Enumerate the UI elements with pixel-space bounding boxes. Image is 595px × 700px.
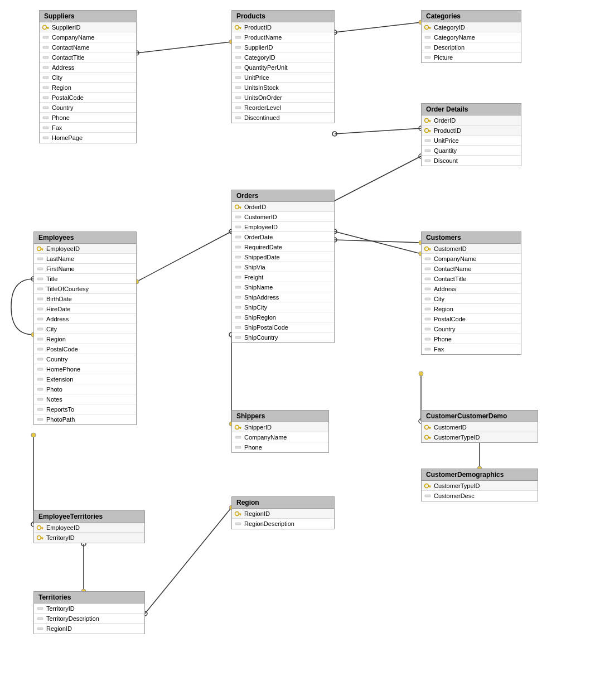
field-icon [36, 355, 44, 363]
table-row: EmployeeID [34, 244, 136, 254]
table-row: RegionDescription [232, 519, 334, 529]
table-row: Discontinued [232, 113, 334, 123]
svg-point-54 [235, 25, 239, 29]
field-name: ProductID [434, 127, 461, 134]
field-icon [234, 263, 242, 271]
field-icon [234, 273, 242, 281]
table-row: Freight [232, 272, 334, 282]
table-row: CustomerID [232, 212, 334, 222]
svg-line-3 [335, 22, 421, 32]
field-icon [234, 114, 242, 122]
field-name: SupplierID [52, 24, 80, 31]
svg-rect-111 [37, 368, 43, 370]
field-name: ShipVia [244, 264, 265, 271]
field-name: Country [52, 104, 74, 111]
svg-rect-125 [425, 308, 430, 310]
svg-rect-84 [235, 216, 241, 218]
svg-line-6 [335, 128, 421, 134]
field-name: ShipCity [244, 304, 267, 311]
table-row: RegionID [232, 509, 334, 519]
field-name: Notes [46, 396, 62, 403]
field-name: CustomerTypeID [434, 482, 480, 489]
field-name: RequiredDate [244, 244, 282, 250]
svg-rect-107 [37, 328, 43, 330]
field-name: Region [52, 84, 71, 91]
svg-rect-110 [37, 358, 43, 360]
svg-point-141 [235, 511, 239, 515]
svg-point-130 [235, 425, 239, 429]
field-icon [36, 605, 44, 612]
svg-point-75 [425, 128, 429, 132]
field-name: UnitsOnOrder [244, 94, 282, 101]
field-icon [42, 74, 50, 81]
field-name: EmployeeID [244, 224, 278, 230]
svg-rect-69 [425, 36, 430, 38]
table-row: PostalCode [40, 93, 136, 103]
field-icon [42, 124, 50, 132]
field-icon [36, 615, 44, 622]
svg-rect-83 [240, 207, 241, 209]
table-row: PostalCode [422, 314, 521, 324]
svg-rect-129 [425, 348, 430, 350]
table-header-employees: Employees [34, 232, 136, 244]
field-icon [424, 345, 432, 353]
svg-point-33 [419, 371, 423, 376]
field-name: BirthDate [46, 296, 72, 302]
table-row: OrderDate [232, 232, 334, 242]
field-name: CategoryID [434, 24, 465, 31]
svg-rect-105 [37, 308, 43, 310]
svg-rect-58 [235, 46, 241, 49]
field-name: TerritoryDescription [46, 615, 99, 622]
svg-point-135 [425, 425, 429, 429]
svg-rect-156 [37, 617, 43, 620]
field-name: QuantityPerUnit [244, 64, 288, 71]
field-icon [424, 305, 432, 313]
field-name: TerritoryID [46, 534, 75, 541]
table-employeeterritories: EmployeeTerritories EmployeeID Territory… [33, 510, 145, 543]
field-name: EmployeeID [46, 524, 80, 531]
table-row: OrderID [232, 202, 334, 212]
svg-rect-122 [425, 278, 430, 280]
table-row: ReorderLevel [232, 103, 334, 113]
svg-rect-123 [425, 288, 430, 290]
table-row: QuantityPerUnit [232, 62, 334, 73]
svg-rect-53 [43, 137, 49, 139]
field-name: OrderID [434, 117, 456, 124]
table-row: ShipAddress [232, 292, 334, 302]
table-orderdetails: Order Details OrderID ProductID UnitPric… [421, 103, 521, 166]
svg-rect-118 [428, 248, 431, 249]
table-row: SupplierID [40, 22, 136, 32]
svg-rect-47 [43, 76, 49, 79]
svg-line-9 [335, 156, 421, 201]
field-icon [234, 283, 242, 291]
svg-rect-108 [37, 338, 43, 340]
field-icon [42, 134, 50, 142]
table-row: Fax [40, 123, 136, 133]
key-icon [36, 245, 44, 253]
table-customerdemographics: CustomerDemographics CustomerTypeID Cust… [421, 469, 538, 501]
table-row: TitleOfCourtesy [34, 284, 136, 294]
field-icon [234, 223, 242, 231]
field-name: Quantity [434, 147, 457, 154]
field-icon [234, 84, 242, 91]
table-row: ReportsTo [34, 404, 136, 414]
key-icon [424, 117, 432, 124]
svg-rect-101 [37, 268, 43, 270]
svg-rect-51 [43, 117, 49, 119]
svg-rect-86 [235, 236, 241, 238]
table-row: CompanyName [232, 432, 328, 442]
key-icon [234, 423, 242, 431]
svg-rect-50 [43, 107, 49, 109]
table-row: Picture [422, 52, 521, 62]
key-icon [424, 433, 432, 441]
svg-line-28 [145, 508, 231, 614]
field-name: CategoryName [434, 34, 475, 41]
table-row: ContactTitle [40, 52, 136, 62]
field-name: TitleOfCourtesy [46, 286, 89, 292]
field-icon [424, 33, 432, 41]
key-icon [42, 23, 50, 31]
table-row: PostalCode [34, 344, 136, 354]
svg-rect-96 [235, 336, 241, 339]
field-name: ReorderLevel [244, 104, 281, 111]
svg-rect-133 [235, 436, 241, 438]
